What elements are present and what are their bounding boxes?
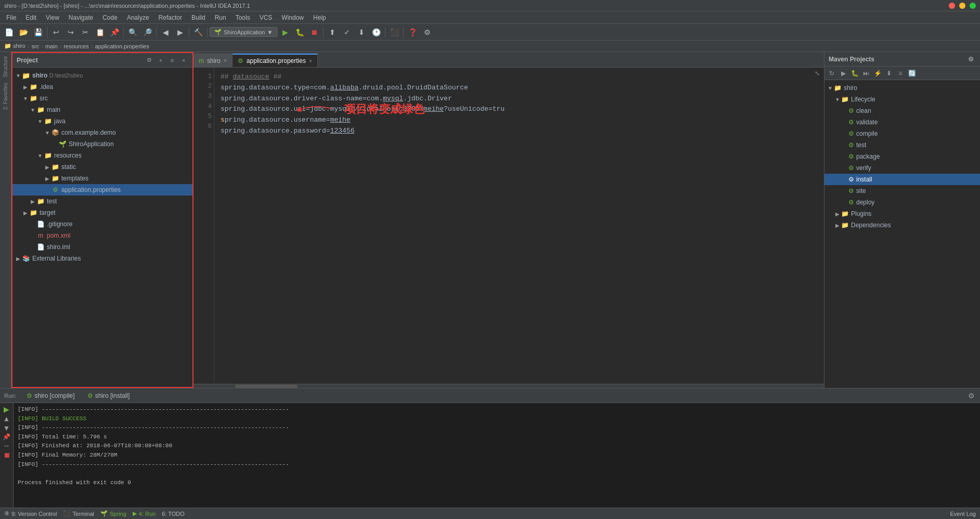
maven-refresh-btn[interactable]: ↻	[827, 68, 837, 79]
breadcrumb-appprops[interactable]: application.properties	[95, 43, 149, 49]
maven-item-deploy[interactable]: ⚙ deploy	[824, 197, 980, 208]
tree-item-idea[interactable]: ▶ 📁 .idea	[12, 81, 192, 93]
maven-item-compile[interactable]: ⚙ compile	[824, 128, 980, 139]
bottom-tab-install[interactable]: ⚙ shiro [install]	[83, 390, 134, 401]
vcs-push-btn[interactable]: ⬇	[355, 25, 368, 39]
tree-item-package[interactable]: ▼ 📦 com.example.demo	[12, 127, 192, 138]
status-terminal[interactable]: ⬛ Terminal	[63, 510, 94, 517]
save-btn[interactable]: 💾	[31, 25, 45, 39]
run-config-dropdown[interactable]: 🌱 ShiroApplication ▼	[210, 27, 277, 37]
status-event-log[interactable]: Event Log	[950, 511, 976, 517]
stop-btn[interactable]: ⏹	[307, 25, 321, 39]
status-spring[interactable]: 🌱 Spring	[100, 510, 126, 517]
settings-icon[interactable]: ⚙	[967, 391, 976, 401]
editor-scrollbar[interactable]	[194, 384, 824, 388]
maven-item-dependencies[interactable]: ▶ 📁 Dependencies	[824, 219, 980, 231]
new-file-btn[interactable]: 📄	[2, 25, 16, 39]
breadcrumb-src[interactable]: src	[32, 43, 40, 49]
props-tab-close[interactable]: ×	[309, 58, 312, 64]
wrap-btn[interactable]: ↔	[3, 442, 10, 450]
favorites-panel-btn[interactable]: 2: Favorites	[2, 81, 9, 112]
menu-build[interactable]: Build	[187, 13, 210, 22]
undo-btn[interactable]: ↩	[49, 25, 63, 39]
close-panel-btn[interactable]: ×	[179, 56, 188, 65]
maven-skip-test-btn[interactable]: ⏭	[861, 68, 871, 79]
debug-btn[interactable]: 🐛	[293, 25, 306, 39]
pin-btn[interactable]: 📌	[3, 433, 10, 440]
maven-item-plugins[interactable]: ▶ 📁 Plugins	[824, 208, 980, 219]
maven-run-btn[interactable]: ▶	[838, 68, 848, 79]
run-again-btn[interactable]: ▶	[4, 405, 9, 413]
maven-generate-btn[interactable]: ⚡	[872, 68, 883, 79]
scroll-up-btn[interactable]: ▲	[3, 414, 10, 423]
maven-item-verify[interactable]: ⚙ verify	[824, 162, 980, 174]
maven-debug-btn[interactable]: 🐛	[849, 68, 860, 79]
paste-btn[interactable]: 📌	[108, 25, 121, 39]
cut-btn[interactable]: ✂	[79, 25, 92, 39]
maven-download-btn[interactable]: ⬇	[884, 68, 894, 79]
maximize-btn[interactable]	[970, 3, 976, 9]
breadcrumb-shiro[interactable]: 📁 shiro	[4, 43, 25, 49]
menu-navigate[interactable]: Navigate	[65, 13, 97, 22]
window-controls[interactable]	[949, 3, 976, 9]
menu-edit[interactable]: Edit	[21, 13, 41, 22]
fold-btn[interactable]: ⤡	[815, 70, 820, 77]
menu-window[interactable]: Window	[277, 13, 308, 22]
back-btn[interactable]: ◀	[159, 25, 172, 39]
tree-item-shiro-root[interactable]: ▼ 📁 shiro D:\test2\shiro	[12, 70, 192, 81]
config-icon[interactable]: ≡	[167, 56, 177, 65]
find-btn[interactable]: 🔍	[126, 25, 139, 39]
tree-item-templates[interactable]: ▶ 📁 templates	[12, 173, 192, 184]
maven-settings-icon[interactable]: ⚙	[965, 54, 976, 64]
tree-item-target[interactable]: ▶ 📁 target	[12, 207, 192, 218]
open-btn[interactable]: 📂	[17, 25, 30, 39]
tree-item-gitignore[interactable]: 📄 .gitignore	[12, 218, 192, 230]
tab-shiro[interactable]: m shiro ×	[194, 54, 233, 67]
run-btn[interactable]: ▶	[278, 25, 292, 39]
gear-icon[interactable]: ⚙	[145, 56, 154, 65]
menu-analyze[interactable]: Analyze	[123, 13, 153, 22]
maven-item-clean[interactable]: ⚙ clean	[824, 105, 980, 116]
code-editor[interactable]: 1 2 3 4 5 6 ## datasouce ## spring.datas…	[194, 68, 824, 384]
menu-file[interactable]: File	[2, 13, 20, 22]
status-vcs[interactable]: ⑨ 9: Version Control	[4, 510, 57, 517]
vcs-commit-btn[interactable]: ✓	[340, 25, 354, 39]
maven-item-site[interactable]: ⚙ site	[824, 185, 980, 197]
bottom-tab-compile[interactable]: ⚙ shiro [compile]	[22, 390, 79, 401]
tree-item-resources[interactable]: ▼ 📁 resources	[12, 150, 192, 161]
menu-run[interactable]: Run	[211, 13, 230, 22]
status-run[interactable]: ▶ 4: Run	[133, 510, 156, 517]
menu-refactor[interactable]: Refactor	[154, 13, 186, 22]
maven-item-install[interactable]: ⚙ install	[824, 174, 980, 185]
build-btn[interactable]: 🔨	[191, 25, 205, 39]
tree-item-iml[interactable]: 📄 shiro.iml	[12, 241, 192, 253]
tree-item-external-libs[interactable]: ▶ 📚 External Libraries	[12, 253, 192, 264]
help-btn[interactable]: ❓	[406, 25, 419, 39]
vcs-update-btn[interactable]: ⬆	[326, 25, 339, 39]
tree-item-test[interactable]: ▶ 📁 test	[12, 196, 192, 207]
structure-panel-btn[interactable]: Structure	[2, 54, 9, 80]
menu-tools[interactable]: Tools	[231, 13, 254, 22]
maven-item-validate[interactable]: ⚙ validate	[824, 116, 980, 128]
tab-application-props[interactable]: ⚙ application.properties ×	[233, 54, 318, 67]
settings-btn[interactable]: ⚙	[420, 25, 434, 39]
expand-icon[interactable]: +	[156, 56, 165, 65]
stop-run-btn[interactable]: ⏹	[3, 451, 10, 459]
scroll-down-btn[interactable]: ▼	[3, 424, 10, 432]
copy-btn[interactable]: 📋	[93, 25, 107, 39]
maven-item-test[interactable]: ⚙ test	[824, 139, 980, 151]
menu-view[interactable]: View	[42, 13, 63, 22]
tree-item-main[interactable]: ▼ 📁 main	[12, 104, 192, 115]
forward-btn[interactable]: ▶	[173, 25, 187, 39]
terminal-btn[interactable]: ⬛	[388, 25, 401, 39]
menu-vcs[interactable]: VCS	[255, 13, 277, 22]
maven-item-shiro[interactable]: ▼ 📁 shiro	[824, 82, 980, 94]
editor-scrollbar-thumb[interactable]	[235, 385, 298, 388]
minimize-btn[interactable]	[959, 3, 965, 9]
vcs-history-btn[interactable]: 🕐	[369, 25, 383, 39]
find-replace-btn[interactable]: 🔎	[140, 25, 154, 39]
tree-item-java[interactable]: ▼ 📁 java	[12, 115, 192, 127]
maven-item-lifecycle[interactable]: ▼ 📁 Lifecycle	[824, 94, 980, 105]
close-btn[interactable]	[949, 3, 955, 9]
shiro-tab-close[interactable]: ×	[224, 58, 227, 63]
